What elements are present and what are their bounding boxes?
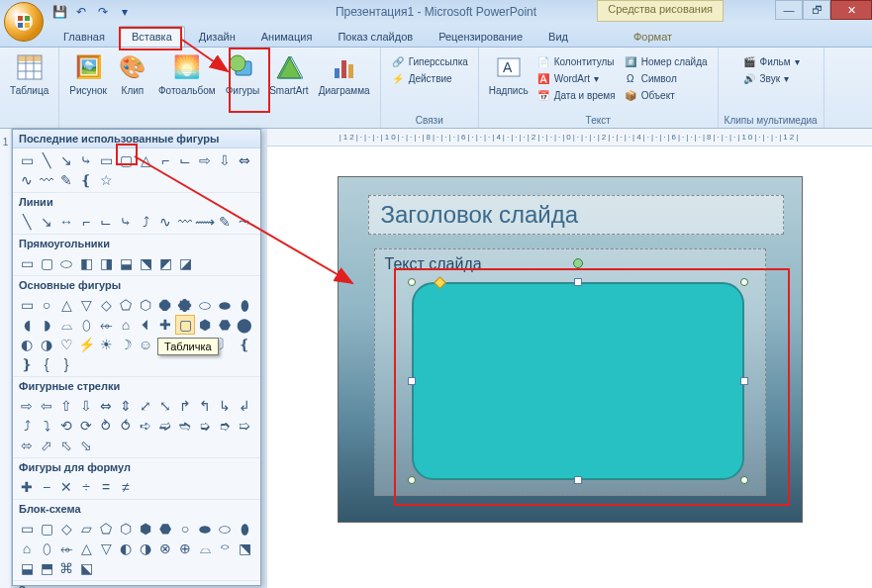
shape-line6[interactable]: ⤷ xyxy=(116,212,136,232)
shape-line1[interactable]: ╲ xyxy=(17,212,37,232)
shape-b23[interactable]: ⬣ xyxy=(215,315,235,335)
rotation-handle[interactable] xyxy=(573,258,583,268)
shape-plaque-hover[interactable]: ▢ xyxy=(175,315,195,335)
shape-b11[interactable]: ⬬ xyxy=(215,295,235,315)
shape-b25[interactable]: ◐ xyxy=(17,335,37,354)
resize-handle-w[interactable] xyxy=(408,377,416,385)
smartart-button[interactable]: SmartArt xyxy=(265,49,312,98)
shape-b20[interactable]: ✚ xyxy=(155,315,175,335)
shape-line[interactable]: ╲ xyxy=(37,150,56,170)
shape-elbow2[interactable]: ⌙ xyxy=(175,150,195,170)
tab-view[interactable]: Вид xyxy=(536,27,580,47)
close-button[interactable]: ✕ xyxy=(830,0,872,20)
shape-line2[interactable]: ↘ xyxy=(37,212,56,232)
shape-textbox[interactable]: ▭ xyxy=(17,150,37,170)
shape-line4[interactable]: ⌐ xyxy=(76,212,96,232)
shape-a28[interactable]: ⬂ xyxy=(76,436,96,455)
shape-f28[interactable]: ⬕ xyxy=(76,558,96,578)
shape-f12[interactable]: ⬮ xyxy=(235,519,254,539)
resize-handle-nw[interactable] xyxy=(408,278,416,286)
shape-b16[interactable]: ⬯ xyxy=(76,315,96,335)
tab-animation[interactable]: Анимация xyxy=(249,27,325,47)
picture-button[interactable]: 🖼️Рисунок xyxy=(65,49,111,98)
shape-r9[interactable]: ◪ xyxy=(175,253,195,273)
shape-f8[interactable]: ⬣ xyxy=(155,519,175,539)
tab-home[interactable]: Главная xyxy=(51,27,117,47)
shape-rounded-rect[interactable]: ▢ xyxy=(116,150,136,170)
tab-format[interactable]: Формат xyxy=(622,27,684,47)
tab-design[interactable]: Дизайн xyxy=(187,27,247,47)
shape-e2[interactable]: − xyxy=(37,477,56,497)
shape-f18[interactable]: ◐ xyxy=(116,539,136,558)
shape-line10[interactable]: ⟿ xyxy=(195,212,215,232)
resize-handle-e[interactable] xyxy=(740,377,748,385)
shape-f10[interactable]: ⬬ xyxy=(195,519,215,539)
shape-a21[interactable]: ➬ xyxy=(175,416,195,436)
shape-f9[interactable]: ○ xyxy=(175,519,195,539)
shape-b36[interactable]: ❴ xyxy=(235,335,254,354)
shape-b38[interactable]: { xyxy=(37,354,56,374)
qat-more-icon[interactable]: ▾ xyxy=(117,4,133,20)
shape-a2[interactable]: ⇦ xyxy=(37,396,56,416)
shape-f16[interactable]: △ xyxy=(76,539,96,558)
shape-arrow-right[interactable]: ⇨ xyxy=(195,150,215,170)
shape-b10[interactable]: ⬭ xyxy=(195,295,215,315)
shape-b18[interactable]: ⌂ xyxy=(116,315,136,335)
shape-b30[interactable]: ☽ xyxy=(116,335,136,354)
shape-b26[interactable]: ◑ xyxy=(37,335,56,354)
shape-b4[interactable]: ▽ xyxy=(76,295,96,315)
shape-r4[interactable]: ◧ xyxy=(76,253,96,273)
save-icon[interactable]: 💾 xyxy=(51,4,67,20)
shape-b28[interactable]: ⚡ xyxy=(76,335,96,354)
shape-b17[interactable]: ⬰ xyxy=(96,315,116,335)
shape-a5[interactable]: ⇔ xyxy=(96,396,116,416)
tab-slideshow[interactable]: Показ слайдов xyxy=(326,27,425,47)
shape-b5[interactable]: ◇ xyxy=(96,295,116,315)
shape-line11[interactable]: ✎ xyxy=(215,212,235,232)
shape-f21[interactable]: ⊕ xyxy=(175,539,195,558)
shape-a10[interactable]: ↰ xyxy=(195,396,215,416)
shape-a1[interactable]: ⇨ xyxy=(17,396,37,416)
shape-f14[interactable]: ⬯ xyxy=(37,539,56,558)
shape-line3[interactable]: ↔ xyxy=(56,212,76,232)
shape-b12[interactable]: ⬮ xyxy=(235,295,254,315)
shape-e6[interactable]: ≠ xyxy=(116,477,136,497)
shape-a4[interactable]: ⇩ xyxy=(76,396,96,416)
tab-review[interactable]: Рецензирование xyxy=(427,27,534,47)
shape-triangle[interactable]: △ xyxy=(136,150,155,170)
wordart-button[interactable]: 🅰️WordArt ▾ xyxy=(533,70,620,86)
shape-b6[interactable]: ⬠ xyxy=(116,295,136,315)
title-placeholder[interactable]: Заголовок слайда xyxy=(368,195,784,235)
shape-a14[interactable]: ⤵ xyxy=(37,416,56,436)
shape-a9[interactable]: ↱ xyxy=(175,396,195,416)
shape-e5[interactable]: = xyxy=(96,477,116,497)
shape-f2[interactable]: ▢ xyxy=(37,519,56,539)
shape-b24[interactable]: ⬤ xyxy=(235,315,254,335)
shape-a20[interactable]: ➫ xyxy=(155,416,175,436)
shape-b9[interactable]: ⯄ xyxy=(175,295,195,315)
shape-b13[interactable]: ◖ xyxy=(17,315,37,335)
shape-f5[interactable]: ⬠ xyxy=(96,519,116,539)
shape-f15[interactable]: ⬰ xyxy=(56,539,76,558)
textbox-button[interactable]: AНадпись xyxy=(485,49,533,103)
shape-b27[interactable]: ♡ xyxy=(56,335,76,354)
shape-a18[interactable]: ⥀ xyxy=(116,416,136,436)
shape-freeform[interactable]: 〰 xyxy=(37,170,56,190)
shape-arrow-line[interactable]: ↘ xyxy=(56,150,76,170)
shape-curve[interactable]: ∿ xyxy=(17,170,37,190)
shape-a13[interactable]: ⤴ xyxy=(17,416,37,436)
shape-b29[interactable]: ☀ xyxy=(96,335,116,354)
shape-line8[interactable]: ∿ xyxy=(155,212,175,232)
shape-rect[interactable]: ▭ xyxy=(96,150,116,170)
shape-a25[interactable]: ⬄ xyxy=(17,436,37,455)
shape-f26[interactable]: ⬒ xyxy=(37,558,56,578)
shape-bracket[interactable]: ❴ xyxy=(76,170,96,190)
shape-star[interactable]: ☆ xyxy=(96,170,116,190)
shape-doublearrow[interactable]: ⇔ xyxy=(235,150,254,170)
shape-body[interactable] xyxy=(412,282,744,480)
header-footer-button[interactable]: 📄Колонтитулы xyxy=(533,53,620,69)
resize-handle-n[interactable] xyxy=(574,278,582,286)
shape-r7[interactable]: ⬔ xyxy=(136,253,155,273)
undo-icon[interactable]: ↶ xyxy=(73,4,89,20)
shape-line12[interactable]: ⤳ xyxy=(235,212,254,232)
